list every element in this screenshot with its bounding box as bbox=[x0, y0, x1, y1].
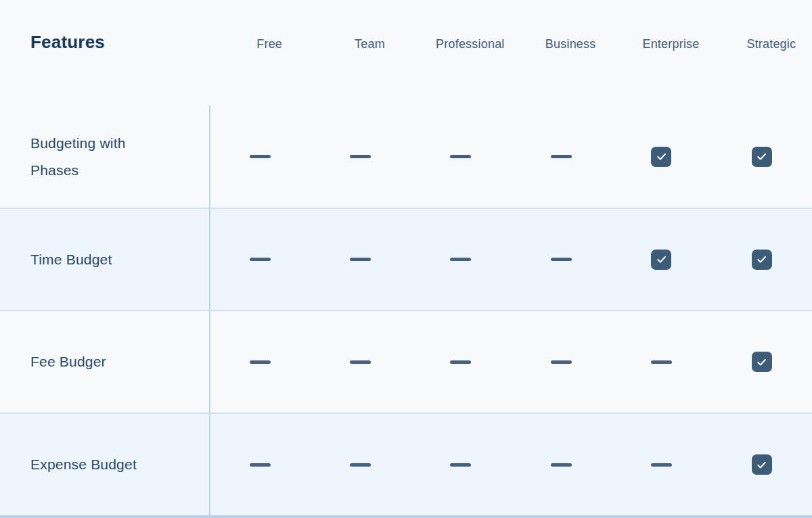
dash-icon bbox=[450, 463, 471, 467]
checked-checkbox-icon bbox=[752, 147, 772, 167]
feature-comparison-table: Features Free Team Professional Business… bbox=[0, 0, 812, 518]
plan-column-header-strategic: Strategic bbox=[721, 37, 812, 51]
feature-cell-not-included bbox=[411, 311, 511, 413]
checked-checkbox-icon bbox=[651, 147, 671, 167]
feature-cell-not-included bbox=[310, 414, 410, 515]
feature-cell-not-included bbox=[511, 414, 611, 515]
dash-icon bbox=[450, 360, 471, 364]
dash-icon bbox=[250, 258, 271, 261]
dash-icon bbox=[250, 155, 271, 158]
checked-checkbox-icon bbox=[752, 454, 772, 475]
feature-name: Time Budget bbox=[0, 209, 210, 310]
feature-cell-included bbox=[611, 209, 711, 310]
dash-icon bbox=[551, 155, 572, 158]
feature-cells bbox=[210, 209, 812, 310]
feature-cell-not-included bbox=[411, 209, 511, 310]
feature-cell-not-included bbox=[611, 414, 711, 515]
feature-row-budgeting-with-phases: Budgeting with Phases bbox=[0, 105, 812, 209]
features-heading: Features bbox=[0, 32, 210, 53]
feature-name: Fee Budger bbox=[0, 311, 210, 413]
plan-column-header-professional: Professional bbox=[420, 37, 520, 51]
feature-cell-not-included bbox=[210, 414, 310, 515]
feature-row-fee-budger: Fee Budger bbox=[0, 311, 812, 414]
checked-checkbox-icon bbox=[752, 250, 772, 270]
dash-icon bbox=[350, 155, 371, 158]
dash-icon bbox=[551, 463, 572, 467]
feature-row-expense-budget: Expense Budget bbox=[0, 414, 812, 518]
dash-icon bbox=[350, 360, 371, 364]
feature-cell-not-included bbox=[511, 311, 611, 413]
dash-icon bbox=[450, 258, 471, 261]
plan-column-header-free: Free bbox=[219, 37, 319, 51]
feature-name: Expense Budget bbox=[0, 414, 210, 515]
checked-checkbox-icon bbox=[752, 352, 772, 372]
dash-icon bbox=[250, 360, 271, 364]
dash-icon bbox=[350, 463, 371, 467]
dash-icon bbox=[551, 360, 572, 364]
feature-cells bbox=[210, 311, 812, 413]
feature-row-time-budget: Time Budget bbox=[0, 209, 812, 311]
table-body: Budgeting with Phases Time Budget Fee Bu… bbox=[0, 105, 812, 518]
feature-cell-not-included bbox=[210, 209, 310, 310]
feature-cell-not-included bbox=[310, 105, 410, 208]
plan-headers: Free Team Professional Business Enterpri… bbox=[210, 37, 812, 51]
feature-cell-included bbox=[712, 105, 812, 208]
dash-icon bbox=[551, 258, 572, 261]
feature-cell-not-included bbox=[310, 209, 410, 310]
feature-cell-not-included bbox=[511, 209, 611, 310]
plan-column-header-business: Business bbox=[520, 37, 621, 51]
dash-icon bbox=[250, 463, 271, 467]
feature-cells bbox=[210, 414, 812, 515]
feature-cell-included bbox=[712, 414, 812, 515]
feature-cells bbox=[210, 105, 812, 208]
feature-cell-not-included bbox=[411, 105, 511, 208]
feature-cell-not-included bbox=[511, 105, 611, 208]
dash-icon bbox=[651, 463, 672, 467]
dash-icon bbox=[651, 360, 672, 364]
feature-name: Budgeting with Phases bbox=[0, 105, 210, 208]
feature-cell-not-included bbox=[210, 105, 310, 208]
feature-cell-not-included bbox=[210, 311, 310, 413]
plan-column-header-team: Team bbox=[319, 37, 420, 51]
feature-cell-not-included bbox=[611, 311, 711, 413]
feature-cell-included bbox=[712, 311, 812, 413]
plan-column-header-enterprise: Enterprise bbox=[621, 37, 721, 51]
feature-cell-not-included bbox=[411, 414, 511, 515]
dash-icon bbox=[450, 155, 471, 158]
feature-cell-included bbox=[611, 105, 711, 208]
feature-cell-included bbox=[712, 209, 812, 310]
table-header: Features Free Team Professional Business… bbox=[0, 0, 812, 105]
column-divider bbox=[209, 105, 210, 515]
feature-cell-not-included bbox=[310, 311, 410, 413]
dash-icon bbox=[350, 258, 371, 261]
checked-checkbox-icon bbox=[651, 250, 671, 270]
